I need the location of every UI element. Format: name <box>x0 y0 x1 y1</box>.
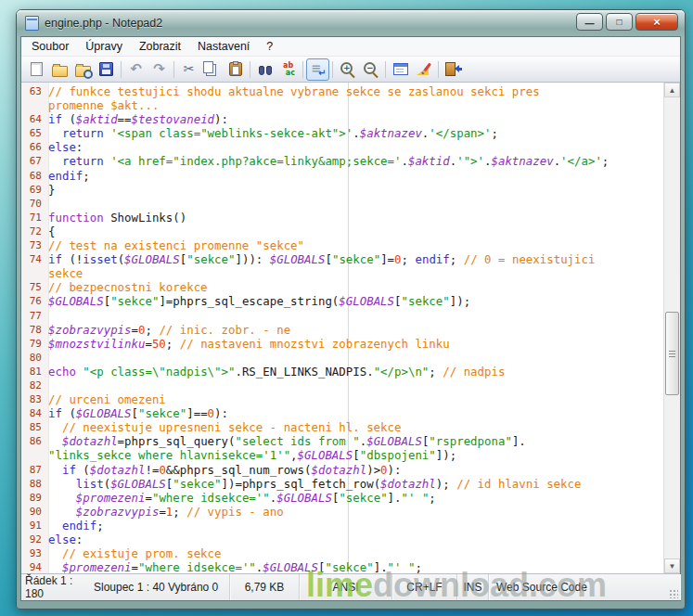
open-file-button[interactable] <box>48 58 71 81</box>
code-token: // id hlavni sekce <box>456 477 581 491</box>
code-token: // existuje prom. sekce <box>62 546 222 560</box>
code-area: 63// funkce testujici shodu aktualne vyb… <box>21 84 664 573</box>
code-token: ]); <box>436 448 456 462</box>
title-bar[interactable]: engine.php - Notepad2 — □ × <box>17 10 685 36</box>
code-token: . <box>353 126 359 140</box>
line-number: 76 <box>21 294 45 308</box>
status-insert-mode[interactable]: INS <box>457 574 489 600</box>
text-editor[interactable]: 63// funkce testujici shodu aktualne vyb… <box>21 83 680 573</box>
paste-button[interactable] <box>224 58 247 81</box>
status-encoding[interactable]: ANSI <box>300 574 392 600</box>
scrollbar-thumb[interactable] <box>665 312 679 395</box>
code-row: 78$zobrazvypis=0; // inic. zobr. - ne <box>21 323 664 337</box>
code-line: $promezeni="where idsekce='".$GLOBALS["s… <box>45 491 436 505</box>
copy-button[interactable] <box>200 58 224 81</box>
code-line: $promezeni="where idsekce='".$GLOBALS["s… <box>45 560 422 573</box>
redo-button[interactable]: ↷ <box>148 58 171 81</box>
line-number: 77 <box>21 309 45 323</box>
code-token: $mnozstvilinku <box>48 337 145 351</box>
menu-soubor[interactable]: Soubor <box>23 37 77 56</box>
browse-files-button[interactable] <box>71 58 95 81</box>
code-token: { <box>48 225 55 238</box>
customize-schemes-button[interactable] <box>412 58 435 81</box>
code-token: "' " <box>402 491 430 505</box>
code-token: $GLOBALS <box>110 477 166 491</box>
exit-button[interactable] <box>442 58 465 81</box>
code-token: "sekce" <box>325 560 373 573</box>
code-token <box>48 154 62 168</box>
code-token: ShowLinks() <box>104 211 187 225</box>
code-token <box>48 463 62 477</box>
scheme-config-button[interactable] <box>389 58 412 81</box>
find-button[interactable] <box>253 58 276 81</box>
code-token: sekce <box>48 266 83 280</box>
code-row: 68endif; <box>21 169 664 183</box>
code-token: // funkce testujici shodu aktualne vybra… <box>48 84 540 98</box>
code-row: 65 return '<span class="weblinks-sekce-a… <box>21 126 664 140</box>
code-token: 50 <box>152 337 166 351</box>
code-token: "select ids from " <box>235 434 359 448</box>
toolbar-separator <box>302 61 303 78</box>
code-token: 0 <box>394 252 401 266</box>
code-row: 93 // existuje prom. sekce <box>21 546 664 560</box>
menu-nastaveni[interactable]: Nastavení <box>189 37 258 56</box>
code-row: promenne $akt... <box>21 98 664 112</box>
zoom-in-button[interactable] <box>336 58 359 81</box>
code-token: [ <box>132 406 138 420</box>
word-wrap-icon <box>312 63 325 76</box>
status-syntax-scheme[interactable]: Web Source Code <box>489 574 680 600</box>
replace-button[interactable] <box>276 58 300 81</box>
code-token: // vypis - ano <box>186 505 283 519</box>
word-wrap-button[interactable] <box>306 58 329 81</box>
line-number: 69 <box>21 183 45 197</box>
zoom-in-icon <box>340 62 353 74</box>
menu-upravy[interactable]: Úpravy <box>77 37 131 56</box>
code-token: ; <box>491 126 497 140</box>
code-line: // test na existenci promenne "sekce" <box>45 238 304 252</box>
code-token <box>48 560 62 573</box>
code-token: ]); <box>450 294 470 308</box>
save-file-button[interactable] <box>95 58 118 81</box>
line-number: 81 <box>21 365 45 379</box>
code-line: echo "<p class=\"nadpis\">".RS_EN_LINKS_… <box>45 365 505 379</box>
notepad2-window: engine.php - Notepad2 — □ × Soubor Úprav… <box>16 9 686 610</box>
code-token: "</p>\n" <box>374 365 430 379</box>
code-token: $GLOBALS <box>270 252 326 266</box>
status-bar: Řádek 1 : 180 Sloupec 1 : 40 Vybráno 0 6… <box>21 573 680 600</box>
code-row: 63// funkce testujici shodu aktualne vyb… <box>21 84 664 98</box>
status-file-size[interactable]: 6,79 KB <box>230 574 300 600</box>
minimize-button[interactable]: — <box>576 13 603 31</box>
code-line: "links_sekce where hlavnisekce='1'",$GLO… <box>45 448 456 462</box>
undo-button[interactable]: ↶ <box>124 58 148 81</box>
new-file-button[interactable] <box>25 58 48 81</box>
code-row: 88 list($GLOBALS["sekce"])=phprs_sql_fet… <box>21 477 664 491</box>
code-token: $aktnazev <box>360 126 422 140</box>
code-line <box>45 379 48 392</box>
menu-help[interactable]: ? <box>258 37 281 56</box>
line-number: 64 <box>21 112 45 126</box>
code-token: ; <box>83 169 89 183</box>
code-token: = <box>132 560 138 573</box>
resize-grip[interactable] <box>669 589 678 598</box>
code-token: ]=phprs_sql_escape_string( <box>159 294 339 308</box>
code-token: $zobrazvypis <box>48 323 132 337</box>
maximize-button[interactable]: □ <box>606 13 633 31</box>
app-icon[interactable] <box>25 16 39 31</box>
menu-zobrazit[interactable]: Zobrazit <box>131 37 189 56</box>
code-token: ; <box>402 252 416 266</box>
status-line-endings[interactable]: CR+LF <box>392 574 457 600</box>
scroll-down-arrow-icon[interactable]: ▼ <box>664 558 680 573</box>
close-button[interactable]: × <box>635 13 678 31</box>
scroll-up-arrow-icon[interactable]: ▲ <box>664 83 680 97</box>
code-token: "sekce" <box>110 294 159 308</box>
status-column: Sloupec 1 : 40 <box>94 581 168 594</box>
code-token: $GLOBALS <box>276 491 332 505</box>
status-cursor-position[interactable]: Řádek 1 : 180 Sloupec 1 : 40 Vybráno 0 <box>21 574 230 600</box>
zoom-out-button[interactable] <box>359 58 382 81</box>
code-line: if ($aktid==$testovaneid): <box>45 112 228 126</box>
code-row: "links_sekce where hlavnisekce='1'",$GLO… <box>21 448 664 462</box>
vertical-scrollbar[interactable]: ▲ ▼ <box>663 83 680 573</box>
status-line: Řádek 1 : 180 <box>25 574 94 600</box>
code-token: "dbspojeni" <box>360 448 436 462</box>
cut-button[interactable]: ✂ <box>177 58 200 81</box>
